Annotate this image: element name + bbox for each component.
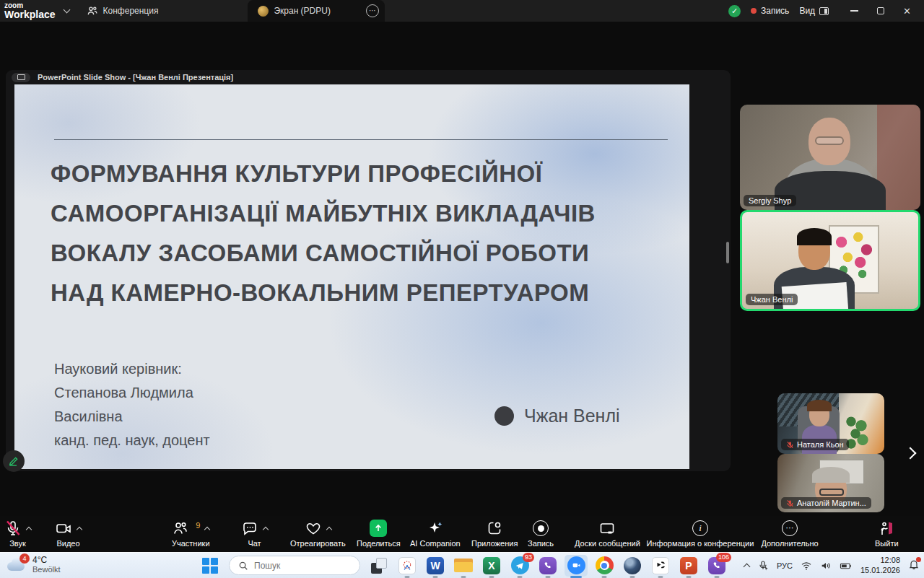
meeting-info-label: Информация о конференции (647, 539, 754, 548)
snipping-tool-button[interactable] (398, 556, 417, 575)
supervisor-block: Науковий керівник: Степанова Людмила Вас… (54, 357, 210, 452)
telegram-badge: 93 (523, 553, 534, 562)
participant-name-badge: Чжан Венлі (746, 294, 798, 305)
weather-temperature: 4°C (32, 555, 61, 565)
window-controls: ✕ (850, 6, 917, 16)
battery-icon[interactable] (840, 560, 853, 572)
react-options-chevron-icon[interactable] (326, 527, 332, 533)
viber-2-button[interactable]: 106 (707, 556, 726, 575)
start-button[interactable] (201, 556, 219, 575)
participant-name-badge: Наталя Кьон (781, 439, 849, 450)
author-row: Чжан Венлі (494, 406, 620, 426)
title-bar-controls: ✓ Запись Вид ✕ (728, 5, 924, 17)
volume-icon[interactable] (820, 560, 832, 572)
chat-options-chevron-icon[interactable] (263, 527, 269, 533)
close-icon[interactable]: ✕ (903, 6, 911, 16)
leave-button[interactable]: Выйти (875, 518, 899, 548)
notifications-bell[interactable] (908, 559, 920, 573)
participants-button[interactable]: 9 Участники (172, 518, 210, 548)
tab-conference[interactable]: Конференция (77, 0, 169, 22)
participants-options-chevron-icon[interactable] (204, 527, 210, 533)
maximize-icon[interactable] (877, 7, 884, 14)
record-button[interactable]: Запись (528, 518, 554, 548)
more-button[interactable]: ⋯ Дополнительно (757, 518, 823, 548)
share-screen-button[interactable]: Поделиться (357, 518, 401, 548)
view-label: Вид (799, 6, 815, 16)
slide-title: ФОРМУВАННЯ КУЛЬТУРИ ПРОФЕСІЙНОЇ САМООРГА… (51, 154, 596, 312)
audio-button[interactable]: Звук (4, 518, 31, 548)
meeting-info-button[interactable]: i Информация о конференции (646, 518, 754, 548)
video-tile-natalya-kon[interactable]: Наталя Кьон (777, 393, 884, 454)
next-participants-button[interactable] (901, 437, 920, 469)
annotation-pen-button[interactable] (3, 450, 25, 472)
slide-title-line: ФОРМУВАННЯ КУЛЬТУРИ ПРОФЕСІЙНОЇ (51, 154, 596, 193)
zoom-workplace-logo: zoom Workplace (0, 2, 56, 19)
recording-indicator[interactable]: Запись (751, 6, 789, 16)
slide-title-line: САМООРГАНІЗАЦІЇ МАЙБУТНІХ ВИКЛАДАЧІВ (51, 193, 596, 233)
excel-icon: X (483, 557, 500, 574)
tab-more-icon[interactable]: ⋯ (366, 4, 379, 17)
leave-door-icon (878, 520, 895, 537)
video-button[interactable]: Видео (55, 518, 82, 548)
zoom-app-button[interactable] (567, 556, 585, 575)
shared-powerpoint-window: PowerPoint Slide Show - [Чжан Венлі През… (6, 70, 731, 471)
wifi-icon[interactable] (801, 560, 812, 572)
layout-view-icon (819, 7, 829, 15)
ppt-scrollbar-thumb[interactable] (726, 242, 729, 263)
word-button[interactable]: W (426, 556, 445, 575)
video-options-chevron-icon[interactable] (77, 527, 82, 533)
camera-icon (55, 520, 72, 537)
snipping-tool-icon (398, 557, 416, 574)
powerpoint-button[interactable]: P (679, 556, 698, 575)
tab-screen-share[interactable]: Экран (PDPU) ⋯ (248, 0, 385, 22)
meeting-toolbar: Звук Видео 9 Участники Чат (0, 516, 924, 552)
react-button[interactable]: Отреагировать (290, 518, 346, 548)
viber-button[interactable] (539, 556, 557, 575)
clock-date: 15.01.2026 (860, 566, 900, 576)
language-indicator[interactable]: РУС (777, 561, 793, 570)
tray-mic-icon[interactable] (757, 560, 769, 572)
word-icon: W (427, 557, 444, 574)
globe-app-button[interactable] (623, 556, 642, 575)
globe-app-icon (624, 557, 641, 574)
people-icon (87, 5, 98, 17)
video-tile-chzhan-venli-active-speaker[interactable]: Чжан Венлі (740, 210, 920, 311)
view-button[interactable]: Вид (799, 6, 829, 16)
whiteboards-button[interactable]: Доски сообщений (575, 518, 640, 548)
ppt-window-title: PowerPoint Slide Show - [Чжан Венлі През… (38, 73, 233, 82)
taskbar-apps: W X 93 (201, 556, 726, 575)
apps-icon (486, 520, 503, 537)
slideshow-monitor-icon[interactable] (12, 73, 30, 82)
zoom-active-highlight (565, 555, 588, 577)
telegram-button[interactable]: 93 (510, 556, 529, 575)
whiteboard-icon (598, 520, 616, 537)
audio-options-chevron-icon[interactable] (26, 527, 32, 533)
minimize-icon[interactable] (850, 10, 858, 12)
more-ellipsis-icon: ⋯ (782, 520, 798, 536)
video-label: Видео (56, 539, 79, 548)
bullet-dot-icon (494, 406, 514, 426)
windows-logo-icon (202, 558, 218, 574)
ai-companion-button[interactable]: AI Companion (410, 518, 461, 548)
security-shield-icon[interactable]: ✓ (728, 5, 741, 17)
search-input[interactable] (254, 561, 341, 571)
chat-button[interactable]: Чат (241, 518, 268, 548)
apps-button[interactable]: Приложения (471, 518, 518, 548)
file-explorer-button[interactable] (454, 556, 473, 575)
slide-title-line: ВОКАЛУ ЗАСОБАМИ САМОСТІЙНОЇ РОБОТИ (51, 233, 596, 273)
taskbar-clock[interactable]: 12:08 15.01.2026 (860, 556, 900, 576)
video-tile-anatoliy-martyn[interactable]: Анатолій Мартин... (777, 454, 884, 512)
workspace-dropdown-chevron-icon[interactable] (63, 6, 70, 14)
notification-dot (916, 557, 921, 562)
more-label: Дополнительно (761, 539, 818, 548)
weather-widget[interactable]: 4 4°C Bewölkt (6, 555, 61, 574)
excel-button[interactable]: X (482, 556, 501, 575)
taskbar-search[interactable] (229, 556, 360, 575)
video-tile-sergiy-shyp[interactable]: Sergiy Shyp (740, 105, 920, 210)
hidden-icons-chevron-icon[interactable] (743, 564, 750, 571)
task-view-button[interactable] (370, 556, 388, 575)
chrome-button[interactable] (595, 556, 614, 575)
ai-companion-label: AI Companion (410, 539, 461, 548)
zoom-app-icon (567, 556, 585, 574)
capcut-button[interactable] (651, 556, 670, 575)
